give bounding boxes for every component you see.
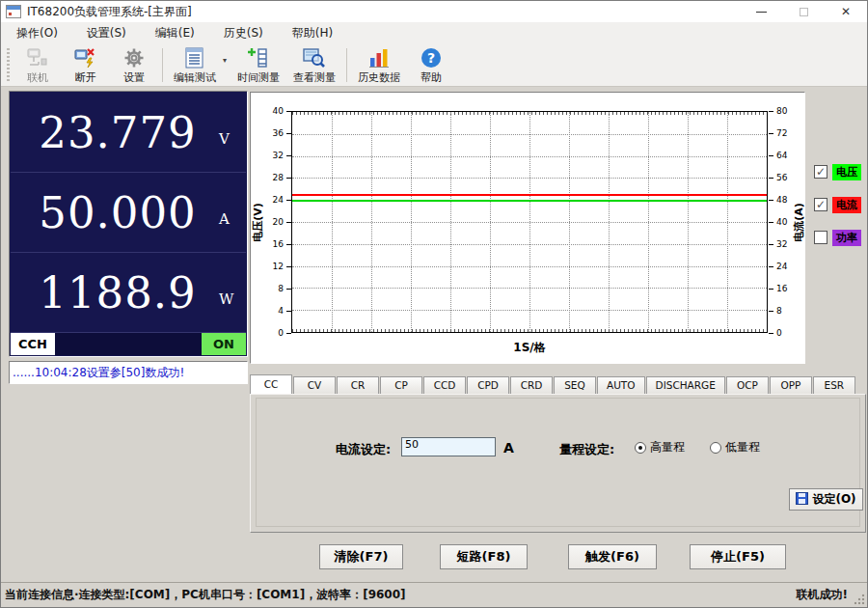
set-button[interactable]: 设定(O) [789,488,863,511]
voltage-unit: V [219,117,246,148]
minimize-button[interactable] [740,1,782,22]
cc-tab-page: 电流设定: A 量程设定: 高量程 低量程 设定(O) [250,394,866,533]
menu-operate[interactable]: 操作(O) [7,22,68,44]
tab-opp[interactable]: OPP [770,376,812,394]
current-setting-input[interactable] [401,437,496,456]
voltage-checkbox[interactable] [814,165,827,179]
clear-button[interactable]: 清除(F7) [319,544,403,569]
display-status-row: CCH ON [11,332,246,355]
tab-cv[interactable]: CV [293,376,336,394]
plot-area [291,111,768,333]
voltage-row: 23.779 V [11,93,246,173]
gridline-v [490,112,491,332]
close-button[interactable]: ✕ [825,1,867,22]
chart-panel: 电压(V) 4036322824201612840 80726456484032… [250,92,805,364]
tab-cc[interactable]: CC [250,374,292,394]
tab-cpd[interactable]: CPD [467,376,509,394]
tab-cp[interactable]: CP [380,376,422,394]
bar-chart-icon [367,46,391,69]
time-measure-button[interactable]: 时间测量 [231,44,286,86]
current-unit: A [219,197,246,228]
restore-icon [800,8,808,16]
status-bar: 当前连接信息·连接类型:[COM]，PC机串口号：[COM1]，波特率：[960… [1,582,867,607]
edit-test-dropdown[interactable]: ▾ [223,44,231,86]
current-row: 50.000 A [11,173,246,253]
y-axis-left: 4036322824201612840 [266,111,291,333]
title-bar: IT68200负载管理系统-[主界面] ✕ [1,1,867,22]
mode-badge: CCH [11,333,55,355]
measurement-display: 23.779 V 50.000 A 1188.9 W CCH ON [9,91,248,357]
connect-button[interactable]: 联机 [14,44,62,86]
current-setting-label: 电流设定: [336,441,391,458]
range-high-label: 高量程 [650,439,685,456]
toolbar-item-label: 历史数据 [358,70,400,85]
save-icon [796,492,808,508]
gear-icon [122,46,146,69]
gridline-v [450,112,451,332]
gridline-v [411,112,412,332]
edit-test-button[interactable]: 编辑测试 [167,44,223,86]
range-low-radio[interactable]: 低量程 [710,439,760,456]
help-button[interactable]: ? 帮助 [407,44,455,86]
gridline-v [371,112,372,332]
radio-icon [710,442,721,454]
resize-grip-icon[interactable] [853,593,865,605]
tab-discharge[interactable]: DISCHARGE [646,376,725,394]
y-axis-left-title: 电压(V) [250,111,265,333]
power-unit: W [219,277,246,308]
tab-cr[interactable]: CR [337,376,379,394]
gridline-v [332,112,333,332]
series-line-电流 [292,194,767,196]
toolbar-item-label: 联机 [27,70,48,85]
menu-help[interactable]: 帮助(H) [283,22,342,44]
menu-edit[interactable]: 编辑(E) [146,22,204,44]
gridline-v [569,112,570,332]
disconnect-button[interactable]: 断开 [62,44,110,86]
range-high-radio[interactable]: 高量程 [635,439,685,456]
svg-text:?: ? [427,50,435,66]
toolbar-grip[interactable] [6,48,11,82]
tab-auto[interactable]: AUTO [597,376,645,394]
disconnect-icon [74,46,97,69]
trigger-button[interactable]: 触发(F6) [568,544,657,569]
minimize-icon [756,12,767,13]
message-strip: ......10:04:28设置参[50]数成功! [9,361,248,384]
toolbar-item-label: 编辑测试 [174,70,216,85]
history-data-button[interactable]: 历史数据 [351,44,407,86]
main-area: 23.779 V 50.000 A 1188.9 W CCH ON ......… [1,88,867,582]
view-measure-button[interactable]: 查看测量 [286,44,342,86]
legend-label-power: 功率 [832,230,861,246]
legend-label-voltage: 电压 [832,164,861,180]
current-checkbox[interactable] [814,198,827,211]
legend-row-current: 电流 [814,196,861,213]
gridline-v [529,112,530,332]
menu-history[interactable]: 历史(S) [214,22,273,44]
mode-tab-control: CCCVCRCPCCDCPDCRDSEQAUTODISCHARGEOCPOPPE… [250,374,866,533]
toolbar-item-label: 断开 [75,70,96,85]
app-icon [6,5,21,18]
set-button-label: 设定(O) [812,491,855,508]
settings-button[interactable]: 设置 [110,44,158,86]
series-line-电压 [292,200,767,202]
x-axis-label: 1S/格 [291,340,768,356]
output-state-badge: ON [202,333,246,355]
menu-settings[interactable]: 设置(S) [77,22,136,44]
restore-button[interactable] [782,1,825,22]
power-checkbox[interactable] [814,231,827,244]
tab-ccd[interactable]: CCD [423,376,466,394]
tab-esr[interactable]: ESR [813,376,855,394]
tab-crd[interactable]: CRD [510,376,553,394]
toolbar-separator [346,48,347,82]
time-measure-icon [247,46,270,69]
toolbar-item-label: 时间测量 [237,70,280,85]
window-title: IT68200负载管理系统-[主界面] [27,4,192,20]
short-circuit-button[interactable]: 短路(F8) [440,544,528,569]
tab-seq[interactable]: SEQ [554,376,596,394]
tab-ocp[interactable]: OCP [726,376,769,394]
legend-row-voltage: 电压 [814,163,861,180]
toolbar-item-label: 设置 [123,70,145,85]
close-icon: ✕ [841,6,851,17]
voltage-value: 23.779 [11,107,219,158]
chart-legend: 电压 电流 功率 [814,163,861,262]
stop-button[interactable]: 停止(F5) [690,544,786,569]
